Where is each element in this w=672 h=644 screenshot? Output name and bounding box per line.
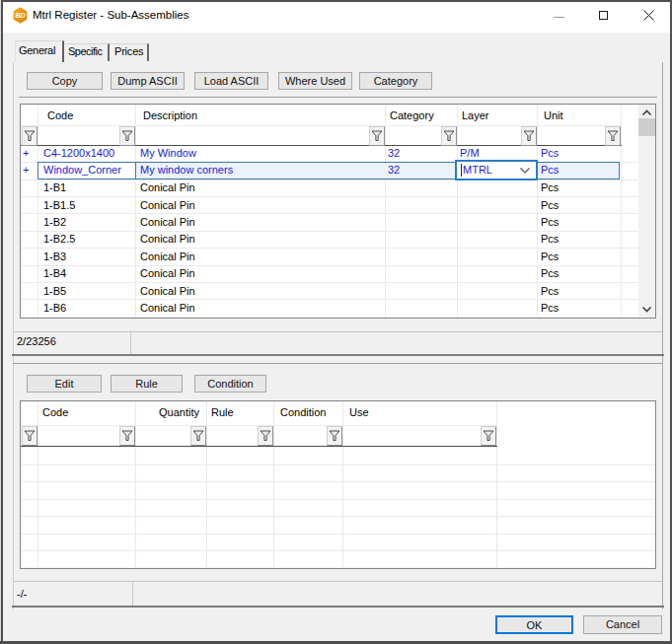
svg-text:BD: BD (15, 12, 25, 19)
